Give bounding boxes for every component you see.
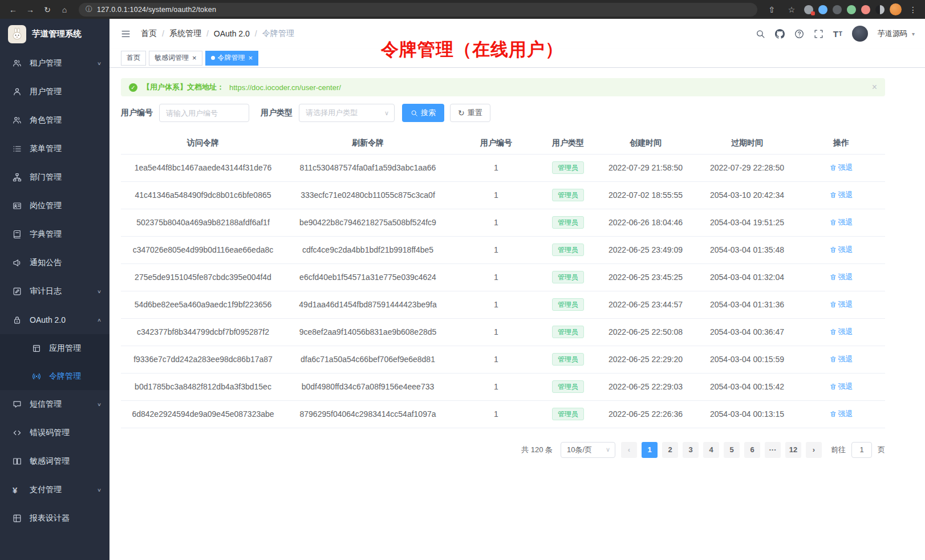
sidebar-item-oauth[interactable]: OAuth 2.0 ∧ (0, 306, 109, 334)
site-info-icon[interactable]: ⓘ (86, 5, 92, 14)
app-logo[interactable]: 芋道管理系统 (0, 19, 109, 49)
theme-toggle-icon[interactable] (875, 5, 885, 14)
goto-page-input[interactable] (851, 442, 872, 458)
next-page-button[interactable]: › (806, 442, 822, 458)
cell-refresh-token: 8796295f04064c2983414cc54af1097a (285, 400, 451, 428)
more-pages-icon[interactable]: ··· (765, 442, 781, 458)
font-size-icon[interactable]: TT (833, 29, 842, 39)
sidebar-item-label: 报表设计器 (30, 513, 102, 524)
breadcrumb-oauth[interactable]: OAuth 2.0 (214, 29, 250, 38)
page-button-4[interactable]: 4 (703, 442, 719, 458)
prev-page-button[interactable]: ‹ (621, 442, 637, 458)
cell-expires: 2054-03-04 01:32:04 (697, 263, 797, 291)
sidebar-item-sms[interactable]: 短信管理 ∨ (0, 390, 109, 419)
table-row: 1ea5e44f8bc1467aaede43144f31de76 811c530… (121, 154, 885, 181)
breadcrumb-home[interactable]: 首页 (141, 29, 157, 39)
force-logout-button[interactable]: 强退 (830, 272, 853, 282)
reset-button[interactable]: ↻ 重置 (450, 104, 490, 122)
caret-down-icon[interactable]: ▾ (912, 31, 915, 37)
cell-user-id: 1 (451, 263, 542, 291)
extension-icon[interactable] (833, 5, 842, 14)
page-button-1[interactable]: 1 (642, 442, 658, 458)
extension-icon[interactable] (847, 5, 856, 14)
page-button-6[interactable]: 6 (744, 442, 760, 458)
force-logout-button[interactable]: 强退 (830, 354, 853, 364)
tab-close-icon[interactable]: × (192, 54, 197, 62)
sidebar-item-report[interactable]: 报表设计器 (0, 504, 109, 533)
sidebar-item-user[interactable]: 用户管理 (0, 78, 109, 106)
search-icon[interactable] (756, 29, 765, 39)
sidebar-item-dict[interactable]: 字典管理 (0, 220, 109, 249)
force-logout-button[interactable]: 强退 (830, 190, 853, 200)
sidebar-item-tenant[interactable]: 租户管理 ∨ (0, 49, 109, 78)
browser-back-button[interactable]: ← (6, 3, 21, 17)
sidebar-item-post[interactable]: 岗位管理 (0, 192, 109, 220)
sidebar-item-audit[interactable]: 审计日志 ∨ (0, 277, 109, 306)
breadcrumb-current: 令牌管理 (262, 29, 294, 39)
cell-user-id: 1 (451, 346, 542, 373)
browser-reload-button[interactable]: ↻ (40, 3, 55, 17)
bookmark-star-icon[interactable]: ☆ (784, 3, 799, 17)
share-icon[interactable]: ⇧ (764, 3, 779, 17)
force-logout-button[interactable]: 强退 (830, 163, 853, 173)
cell-user-id: 1 (451, 318, 542, 346)
page-button-5[interactable]: 5 (724, 442, 740, 458)
alert-close-icon[interactable]: × (872, 82, 877, 92)
table-row: c342377bf8b344799dcbf7bf095287f2 9ce8ef2… (121, 318, 885, 346)
cell-actions: 强退 (797, 318, 885, 346)
browser-home-button[interactable]: ⌂ (57, 3, 72, 17)
tab-close-icon[interactable]: × (249, 54, 253, 62)
browser-menu-icon[interactable]: ⋮ (907, 5, 919, 14)
page-button-3[interactable]: 3 (683, 442, 699, 458)
col-created: 创建时间 (594, 132, 697, 154)
fullscreen-icon[interactable] (814, 29, 823, 39)
user-id-input[interactable] (159, 104, 249, 122)
sidebar-item-dept[interactable]: 部门管理 (0, 163, 109, 192)
doc-link[interactable]: https://doc.iocoder.cn/user-center/ (229, 83, 341, 92)
cell-user-type: 管理员 (542, 236, 594, 263)
user-avatar[interactable] (852, 26, 868, 42)
sidebar-item-role[interactable]: 角色管理 (0, 106, 109, 135)
cell-actions: 强退 (797, 181, 885, 209)
page-button-2[interactable]: 2 (662, 442, 678, 458)
tab-sensitive-word[interactable]: 敏感词管理 × (149, 51, 202, 66)
tab-token[interactable]: 令牌管理 × (205, 51, 259, 66)
report-grid-icon (13, 514, 22, 523)
force-logout-button[interactable]: 强退 (830, 382, 853, 392)
sidebar-item-oauth-token[interactable]: 令牌管理 (0, 362, 109, 390)
sidebar-item-sensitive-word[interactable]: 敏感词管理 (0, 447, 109, 476)
cell-created: 2022-07-29 21:58:50 (594, 154, 697, 181)
browser-profile-avatar[interactable] (890, 3, 902, 15)
force-logout-button[interactable]: 强退 (830, 409, 853, 419)
page-button-12[interactable]: 12 (785, 442, 801, 458)
sidebar-item-menu[interactable]: 菜单管理 (0, 135, 109, 163)
force-logout-button[interactable]: 强退 (830, 327, 853, 337)
help-icon[interactable] (794, 29, 804, 39)
github-icon[interactable] (775, 29, 785, 39)
browser-forward-button[interactable]: → (23, 3, 38, 17)
extension-icon[interactable] (861, 5, 870, 14)
sidebar-item-errorcode[interactable]: 错误码管理 (0, 419, 109, 447)
force-logout-button[interactable]: 强退 (830, 245, 853, 255)
sidebar-item-oauth-app[interactable]: 应用管理 (0, 334, 109, 362)
search-button[interactable]: 搜索 (402, 104, 444, 122)
extension-icon[interactable] (818, 5, 827, 14)
open-book-icon (13, 457, 22, 466)
breadcrumb-system[interactable]: 系统管理 (169, 29, 201, 39)
url-bar[interactable]: ⓘ 127.0.0.1:1024/system/oauth2/token (79, 3, 757, 17)
cell-user-type: 管理员 (542, 346, 594, 373)
delete-icon (830, 411, 837, 417)
extension-icon[interactable] (804, 5, 813, 14)
tab-home[interactable]: 首页 (121, 51, 146, 66)
sidebar-collapse-icon[interactable] (121, 29, 131, 39)
force-logout-button[interactable]: 强退 (830, 217, 853, 228)
page-size-select[interactable]: 10条/页 ∨ (561, 442, 615, 458)
force-logout-button[interactable]: 强退 (830, 299, 853, 310)
user-type-badge: 管理员 (552, 408, 584, 420)
current-user-name[interactable]: 芋道源码 (878, 29, 907, 39)
col-expires: 过期时间 (697, 132, 797, 154)
user-type-select[interactable]: 请选择用户类型 ∨ (299, 104, 395, 122)
cell-user-type: 管理员 (542, 154, 594, 181)
sidebar-item-pay[interactable]: ¥ 支付管理 ∨ (0, 476, 109, 504)
sidebar-item-notice[interactable]: 通知公告 (0, 249, 109, 277)
